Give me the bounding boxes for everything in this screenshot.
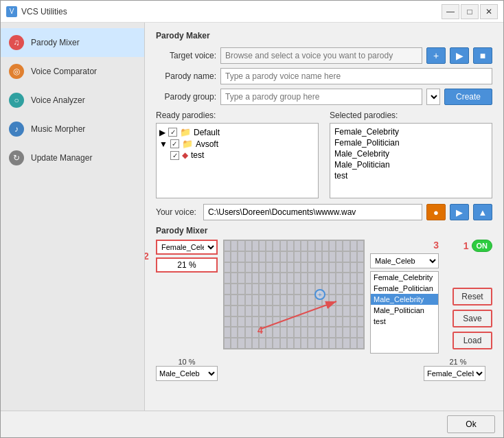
grid-cell [308,262,314,273]
grid-cell [245,284,252,295]
add-voice-button[interactable]: + [426,47,446,64]
mixer-voice-test[interactable]: test [371,316,438,327]
grid-cell [238,295,244,306]
sidebar-item-voice-comparator[interactable]: ◎ Voice Comparator [1,57,144,86]
grid-cell [266,251,273,262]
your-voice-input[interactable] [203,204,422,220]
list-item-male-politician[interactable]: Male_Politician [333,159,489,170]
selected-parodies-label: Selected parodies: [330,111,492,120]
mixer-voice-male-celebrity[interactable]: Male_Celebrity [371,294,438,305]
grid-cell [301,273,308,284]
minimize-button[interactable]: — [442,4,459,19]
mixer-voice-female-politician[interactable]: Female_Politician [371,283,438,294]
mixer-grid[interactable] [223,240,365,349]
create-button[interactable]: Create [444,89,492,105]
grid-cell [301,327,308,338]
grid-cell [259,338,266,349]
sidebar-item-music-morpher[interactable]: ♪ Music Morpher [1,115,144,143]
grid-cell [245,240,252,251]
sidebar-item-voice-analyzer[interactable]: ○ Voice Analyzer [1,86,144,115]
list-item-female-celebrity[interactable]: Female_Celebrity [333,126,489,137]
grid-cell [273,327,279,338]
target-voice-row: Target voice: + ▶ ■ [156,47,492,64]
grid-cell [280,284,287,295]
parody-group-dropdown[interactable] [426,89,440,105]
grid-cell [357,338,364,349]
selected-parodies-list: Female_Celebrity Female_Politician Male_… [330,123,492,198]
grid-cell [301,316,308,327]
grid-cell [322,273,329,284]
grid-cell [273,306,279,316]
parody-group-input[interactable] [220,89,422,105]
save-button[interactable]: Save [453,310,492,327]
tree-item-default[interactable]: ▶ ✓ 📁 Default [159,126,315,138]
restore-button[interactable]: □ [461,4,479,19]
grid-cell [329,327,336,338]
stop-voice-button[interactable]: ■ [473,47,492,64]
grid-cell [238,327,244,338]
mixer-left-pct: 21 % [156,257,218,273]
expand-icon-default: ▶ [159,128,165,137]
load-button[interactable]: Load [453,332,492,349]
list-item-test[interactable]: test [333,170,489,181]
grid-cell [266,262,273,273]
mixer-right-dropdown[interactable]: Male_Celeb [370,253,439,268]
checkbox-avsoft[interactable]: ✓ [170,139,179,148]
mixer-voice-male-politician[interactable]: Male_Politician [371,305,438,316]
grid-cell [357,273,364,284]
on-badge[interactable]: ON [472,240,493,252]
grid-cell [315,240,322,251]
grid-cell [357,327,364,338]
mixer-crosshair[interactable]: + [314,289,325,300]
tree-item-test[interactable]: ✓ ◆ test [170,150,315,161]
parody-name-input[interactable] [220,68,492,84]
mixer-right-controls: 1 ON Reset Save Load [444,240,492,349]
grid-cell [301,338,308,349]
play-voice-button[interactable]: ▶ [450,47,469,64]
grid-cell [336,240,343,251]
sidebar-item-update-manager[interactable]: ↻ Update Manager [1,143,144,172]
grid-cell [357,240,364,251]
grid-cell [245,338,252,349]
grid-cell [245,262,252,273]
grid-cell [259,295,266,306]
badge-3: 3 [433,240,439,251]
close-button[interactable]: ✕ [480,4,498,19]
sidebar-label-voice-comparator: Voice Comparator [31,67,97,76]
target-voice-input[interactable] [220,47,422,64]
your-voice-row: Your voice: ● ▶ ▲ [156,204,492,220]
grid-cell [252,262,259,273]
mixer-left-dropdown[interactable]: Female_Celeb [156,240,218,255]
sidebar-item-parody-mixer[interactable]: ♫ Parody Mixer [1,28,144,57]
checkbox-test[interactable]: ✓ [170,151,179,160]
main-content: ♫ Parody Mixer ◎ Voice Comparator ○ Voic… [1,23,503,411]
title-bar-controls: — □ ✕ [442,4,498,19]
bottom-left-dropdown[interactable]: Male_Celeb [156,366,218,381]
grid-cell [322,327,329,338]
grid-cell [315,251,322,262]
grid-cell [280,240,287,251]
grid-cell [280,295,287,306]
tree-item-avsoft[interactable]: ▼ ✓ 📁 Avsoft [159,138,315,150]
grid-cell [315,273,322,284]
list-item-female-politician[interactable]: Female_Politician [333,137,489,148]
mixer-voice-female-celebrity[interactable]: Female_Celebrity [371,272,438,283]
record-button[interactable]: ● [426,204,446,220]
list-item-male-celebrity[interactable]: Male_Celebrity [333,148,489,159]
grid-cell [231,306,238,316]
grid-cell [224,306,231,316]
ok-button[interactable]: Ok [447,415,495,433]
badge-4: 4 [257,325,263,336]
expand-icon-avsoft: ▼ [159,139,168,149]
grid-cell [273,316,279,327]
grid-cell [294,316,301,327]
upload-voice-btn[interactable]: ▲ [473,204,492,220]
play-voice-btn[interactable]: ▶ [450,204,469,220]
grid-cell [287,251,294,262]
grid-cell [266,316,273,327]
checkbox-default[interactable]: ✓ [168,128,177,137]
grid-cell [280,251,287,262]
grid-cell [322,240,329,251]
reset-button[interactable]: Reset [453,288,492,306]
bottom-right-dropdown[interactable]: Female_Celeb [424,366,485,381]
